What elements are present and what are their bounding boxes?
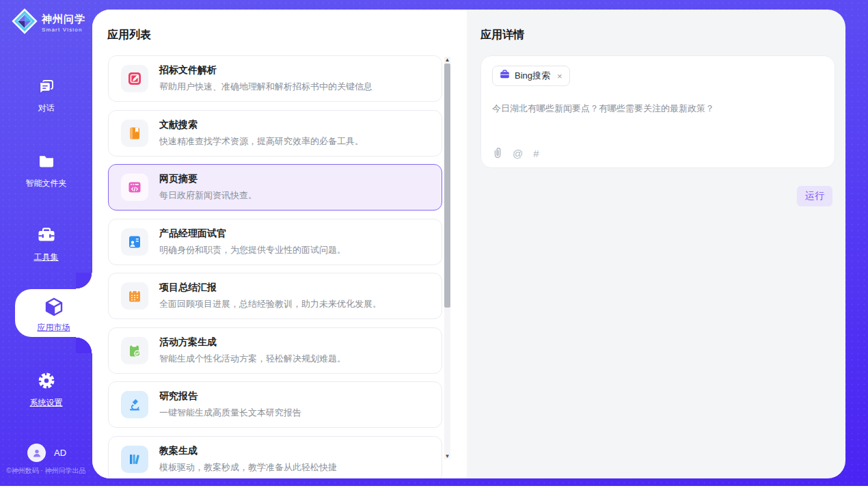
app-card-title: 产品经理面试官 [159,228,346,240]
app-card-description: 明确身份和职责，为您提供专业性的面试问题。 [159,244,346,256]
app-list-panel: 应用列表 招标文件解析 帮助用户快速、准确地理解和解析招标书中的关键信息 [92,10,467,478]
main-content: 应用列表 招标文件解析 帮助用户快速、准确地理解和解析招标书中的关键信息 [92,10,845,478]
gear-icon [0,371,92,393]
brand-subtitle: Smart Vision [42,27,85,33]
folder-icon [0,152,92,174]
brand-logo: 神州问学 Smart Vision [12,8,85,37]
app-list-title: 应用列表 [107,28,151,42]
user-name: AD [54,448,66,458]
app-card-title: 项目总结汇报 [159,282,381,294]
list-scrollbar[interactable]: ▲ ▼ [444,57,450,459]
brand-name: 神州问学 [42,13,85,25]
scrollbar-up-arrow[interactable]: ▲ [444,57,450,63]
books-icon [121,446,148,473]
app-card-project-summary[interactable]: 项目总结汇报 全面回顾项目进展，总结经验教训，助力未来优化发展。 [108,273,442,319]
tool-tag-bing-search[interactable]: Bing搜索 × [492,66,570,86]
app-card-title: 网页摘要 [159,173,257,185]
app-detail-panel: 应用详情 Bing搜索 × 今日湖北有哪些新闻要点？有哪些需要关注的最新政策？ [467,10,845,478]
query-text[interactable]: 今日湖北有哪些新闻要点？有哪些需要关注的最新政策？ [492,102,824,116]
briefcase-icon [500,70,510,82]
resume-person-icon [121,228,148,256]
app-card-description: 每日政府新闻资讯快查。 [159,189,257,202]
user-avatar [27,444,46,462]
app-card-title: 活动方案生成 [159,336,346,349]
sidebar: 神州问学 Smart Vision 对话 智能文件夹 [0,0,92,486]
sidebar-item-label: 对话 [0,103,92,114]
composer-toolbar: @ # [493,147,539,160]
app-card-description: 智能生成个性化活动方案，轻松解决规划难题。 [159,353,346,365]
cube-icon [43,296,65,321]
sidebar-item-label: 系统设置 [0,397,92,409]
tool-tag-label: Bing搜索 [515,70,550,82]
app-card-description: 帮助用户快速、准确地理解和解析招标书中的关键信息 [159,81,372,93]
app-card-title: 文献搜索 [159,119,364,131]
sidebar-item-label: 智能文件夹 [0,178,92,189]
sidebar-item-label: 工具集 [0,252,92,263]
chat-icon [0,77,92,98]
sidebar-item-settings[interactable]: 系统设置 [0,371,92,409]
close-icon[interactable]: × [557,71,562,81]
app-card-description: 快速精准查找学术资源，提高研究效率的必备工具。 [159,135,364,148]
microscope-icon [121,391,148,418]
gem-logo-icon [12,8,38,37]
app-card-description: 模板驱动，教案秒成，教学准备从此轻松快捷 [159,461,337,474]
mention-icon[interactable]: @ [513,148,523,159]
sidebar-item-app-market[interactable]: 应用市场 [15,289,92,337]
query-composer[interactable]: Bing搜索 × 今日湖北有哪些新闻要点？有哪些需要关注的最新政策？ @ # [480,55,835,168]
attachment-icon[interactable] [493,147,502,160]
calendar-note-icon [121,282,148,310]
sidebar-item-label: 应用市场 [15,322,92,334]
app-card-description: 全面回顾项目进展，总结经验教训，助力未来优化发展。 [159,298,381,310]
hashtag-icon[interactable]: # [533,148,539,159]
app-card-list: 招标文件解析 帮助用户快速、准确地理解和解析招标书中的关键信息 文献搜索 快速精… [108,55,442,478]
browser-code-icon [121,174,148,201]
app-detail-title: 应用详情 [480,28,524,42]
pen-edit-icon [121,65,148,92]
run-button[interactable]: 运行 [797,186,832,206]
app-card-pm-interviewer[interactable]: 产品经理面试官 明确身份和职责，为您提供专业性的面试问题。 [108,219,442,265]
book-icon [121,120,148,147]
app-card-title: 招标文件解析 [159,64,372,77]
app-card-title: 教案生成 [159,445,337,457]
user-profile[interactable]: AD [27,444,66,462]
copyright-footer: ©神州数码 · 神州问学出品 [0,466,92,476]
app-card-description: 一键智能生成高质量长文本研究报告 [159,407,301,419]
sidebar-item-chat[interactable]: 对话 [0,77,92,114]
toolbox-icon [0,226,92,247]
app-card-lesson-plan[interactable]: 教案生成 模板驱动，教案秒成，教学准备从此轻松快捷 [108,436,442,479]
app-card-web-summary[interactable]: 网页摘要 每日政府新闻资讯快查。 [108,164,442,211]
scrollbar-down-arrow[interactable]: ▼ [444,453,450,459]
app-card-research-report[interactable]: 研究报告 一键智能生成高质量长文本研究报告 [108,381,442,428]
clipboard-check-icon [121,337,148,364]
app-card-event-plan[interactable]: 活动方案生成 智能生成个性化活动方案，轻松解决规划难题。 [108,327,442,374]
app-card-title: 研究报告 [159,390,301,403]
sidebar-item-smart-folder[interactable]: 智能文件夹 [0,152,92,189]
app-card-literature-search[interactable]: 文献搜索 快速精准查找学术资源，提高研究效率的必备工具。 [108,110,442,157]
sidebar-item-toolset[interactable]: 工具集 [0,226,92,263]
app-card-bid-analysis[interactable]: 招标文件解析 帮助用户快速、准确地理解和解析招标书中的关键信息 [108,55,442,102]
scrollbar-thumb[interactable] [444,64,450,308]
